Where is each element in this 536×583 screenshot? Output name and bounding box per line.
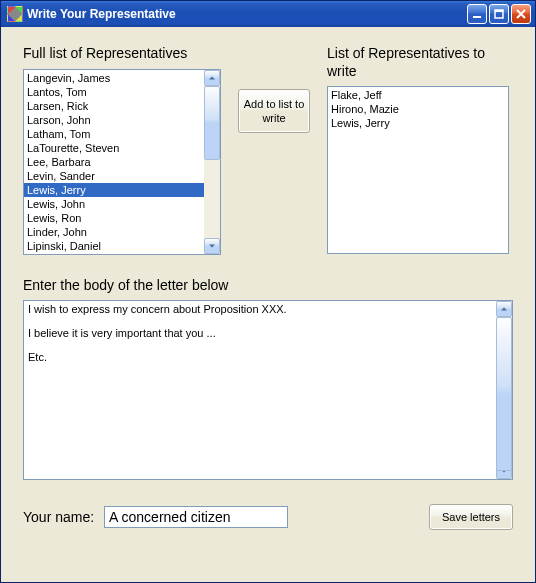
save-letters-button[interactable]: Save letters (429, 504, 513, 530)
list-item[interactable]: LaTourette, Steven (24, 141, 204, 155)
list-item[interactable]: Hirono, Mazie (328, 102, 508, 116)
app-window: Write Your Representative Full list of R… (0, 0, 536, 583)
minimize-button[interactable] (467, 4, 487, 24)
list-item[interactable]: Lewis, Jerry (328, 116, 508, 130)
app-icon (7, 6, 23, 22)
write-list-listbox[interactable]: Flake, JeffHirono, MazieLewis, Jerry (327, 86, 509, 254)
maximize-button[interactable] (489, 4, 509, 24)
scroll-track[interactable] (496, 317, 512, 463)
letter-body-content[interactable]: I wish to express my concern about Propo… (24, 301, 496, 479)
list-item[interactable]: Lee, Barbara (24, 155, 204, 169)
add-to-list-button[interactable]: Add to list to write (238, 89, 310, 133)
full-list-scrollbar[interactable] (204, 70, 220, 254)
full-list-section: Full list of Representatives Langevin, J… (23, 45, 221, 255)
list-item[interactable]: Lewis, John (24, 197, 204, 211)
window-title: Write Your Representative (27, 7, 467, 21)
scroll-thumb[interactable] (204, 86, 220, 160)
list-item[interactable]: Langevin, James (24, 71, 204, 85)
list-item[interactable]: Lewis, Jerry (24, 183, 204, 197)
write-list-label: List of Representatives to write (327, 45, 509, 80)
scroll-down-button[interactable] (204, 238, 220, 254)
list-item[interactable]: Flake, Jeff (328, 88, 508, 102)
full-list-label: Full list of Representatives (23, 45, 221, 63)
list-item[interactable]: Linder, John (24, 225, 204, 239)
scroll-up-button[interactable] (204, 70, 220, 86)
close-button[interactable] (511, 4, 531, 24)
letter-body-label: Enter the body of the letter below (23, 277, 513, 295)
client-area: Full list of Representatives Langevin, J… (1, 27, 535, 582)
letter-body-textarea[interactable]: I wish to express my concern about Propo… (23, 300, 513, 480)
scroll-track[interactable] (204, 86, 220, 238)
list-item[interactable]: Lewis, Ron (24, 211, 204, 225)
list-item[interactable]: Larsen, Rick (24, 99, 204, 113)
window-buttons (467, 4, 531, 24)
write-list-section: List of Representatives to write Flake, … (327, 45, 509, 254)
textarea-scrollbar[interactable] (496, 301, 512, 479)
list-item[interactable]: Latham, Tom (24, 127, 204, 141)
list-item[interactable]: Larson, John (24, 113, 204, 127)
titlebar: Write Your Representative (1, 1, 535, 27)
scroll-up-button[interactable] (496, 301, 512, 317)
bottom-row: Your name: Save letters (23, 504, 513, 530)
svg-rect-0 (473, 16, 481, 18)
full-list-listbox[interactable]: Langevin, JamesLantos, TomLarsen, RickLa… (23, 69, 221, 255)
add-button-area: Add to list to write (235, 45, 313, 133)
scroll-thumb[interactable] (496, 317, 512, 471)
letter-body-section: Enter the body of the letter below I wis… (23, 277, 513, 481)
your-name-label: Your name: (23, 509, 94, 525)
list-item[interactable]: Lipinski, Daniel (24, 239, 204, 253)
svg-rect-2 (495, 10, 503, 12)
list-item[interactable]: Lantos, Tom (24, 85, 204, 99)
list-item[interactable]: Levin, Sander (24, 169, 204, 183)
your-name-input[interactable] (104, 506, 288, 528)
top-row: Full list of Representatives Langevin, J… (23, 45, 513, 255)
